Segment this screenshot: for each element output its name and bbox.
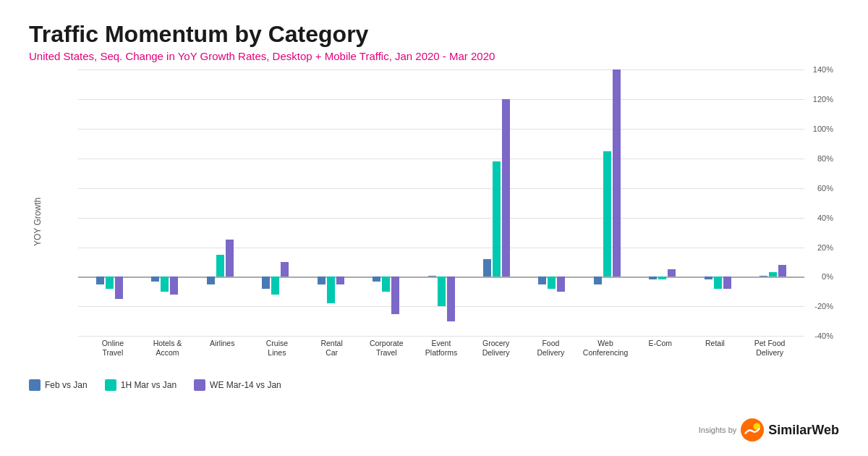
legend: Feb vs Jan1H Mar vs JanWE Mar-14 vs Jan bbox=[29, 379, 839, 391]
bar bbox=[373, 276, 380, 281]
bar bbox=[161, 276, 169, 291]
insights-text: Insights by bbox=[699, 426, 737, 434]
bar bbox=[705, 276, 712, 279]
category-group bbox=[579, 69, 634, 336]
bar bbox=[557, 276, 565, 291]
bar bbox=[336, 276, 344, 284]
similarweb-icon bbox=[741, 418, 764, 442]
bar bbox=[382, 276, 390, 291]
y-axis-label: YOY Growth bbox=[29, 69, 46, 373]
category-group bbox=[635, 69, 690, 336]
bar bbox=[714, 276, 722, 288]
chart-area: YOY Growth OnlineTravelHotels &AccomAirl… bbox=[29, 69, 839, 373]
chart-title: Traffic Momentum by Category bbox=[29, 22, 839, 47]
bar bbox=[226, 240, 234, 276]
bar bbox=[538, 276, 546, 284]
bar bbox=[216, 255, 224, 277]
bar bbox=[502, 99, 510, 276]
right-y-axis: 140%120%100%80%60%40%20%0%-20%-40% bbox=[804, 69, 839, 373]
bar bbox=[668, 269, 676, 276]
x-axis-label: FoodDelivery bbox=[524, 339, 579, 373]
y-tick-label: -40% bbox=[814, 332, 833, 340]
legend-color-box bbox=[194, 379, 205, 391]
x-labels: OnlineTravelHotels &AccomAirlinesCruiseL… bbox=[78, 339, 804, 373]
legend-item-1: 1H Mar vs Jan bbox=[105, 379, 176, 391]
category-group bbox=[414, 69, 469, 336]
bar bbox=[548, 276, 556, 288]
bar bbox=[207, 276, 215, 284]
x-axis-label: Hotels &Accom bbox=[140, 339, 195, 373]
x-axis-label: Retail bbox=[688, 339, 743, 373]
legend-item-2: WE Mar-14 vs Jan bbox=[194, 379, 281, 391]
x-axis-label: WebConferencing bbox=[578, 339, 633, 373]
bar bbox=[115, 276, 123, 299]
bar bbox=[281, 262, 289, 276]
bar bbox=[271, 276, 279, 295]
category-group bbox=[524, 69, 579, 336]
bar bbox=[483, 259, 491, 277]
bar bbox=[658, 276, 666, 279]
legend-label: 1H Mar vs Jan bbox=[121, 380, 176, 390]
category-group bbox=[746, 69, 801, 336]
bar bbox=[391, 276, 399, 313]
bar bbox=[428, 276, 436, 276]
svg-point-0 bbox=[741, 418, 764, 442]
bar bbox=[438, 276, 446, 306]
main-container: Traffic Momentum by Category United Stat… bbox=[0, 0, 868, 456]
bars-container bbox=[78, 69, 804, 336]
bar bbox=[106, 276, 114, 288]
x-axis-label: OnlineTravel bbox=[85, 339, 140, 373]
bar bbox=[778, 265, 786, 276]
chart-subtitle: United States, Seq. Change in YoY Growth… bbox=[29, 50, 839, 62]
bar bbox=[723, 276, 731, 288]
y-axis bbox=[46, 69, 78, 373]
brand-name: SimilarWeb bbox=[768, 423, 839, 438]
category-group bbox=[358, 69, 413, 336]
chart-inner: OnlineTravelHotels &AccomAirlinesCruiseL… bbox=[78, 69, 804, 373]
legend-label: WE Mar-14 vs Jan bbox=[210, 380, 281, 390]
similarweb-branding: Insights by SimilarWeb bbox=[699, 418, 839, 442]
category-group bbox=[469, 69, 524, 336]
bar bbox=[327, 276, 335, 303]
category-group bbox=[82, 69, 137, 336]
x-axis-label: CruiseLines bbox=[250, 339, 305, 373]
bar bbox=[318, 276, 326, 284]
bar bbox=[170, 276, 178, 295]
x-axis-label: RentalCar bbox=[305, 339, 359, 373]
y-tick-label: 40% bbox=[817, 214, 833, 222]
x-axis-label: Airlines bbox=[195, 339, 250, 373]
x-axis-label: GroceryDelivery bbox=[469, 339, 524, 373]
y-tick-label: 100% bbox=[813, 124, 833, 133]
bar bbox=[613, 69, 621, 276]
bar bbox=[649, 276, 657, 279]
legend-label: Feb vs Jan bbox=[45, 380, 88, 390]
y-tick-label: 80% bbox=[817, 154, 833, 163]
legend-color-box bbox=[29, 379, 41, 391]
bar bbox=[594, 276, 602, 284]
grid-and-bars bbox=[78, 69, 804, 336]
bar bbox=[769, 272, 777, 276]
y-tick-label: 120% bbox=[813, 95, 833, 104]
category-group bbox=[137, 69, 192, 336]
category-group bbox=[192, 69, 247, 336]
grid-line bbox=[78, 336, 804, 337]
y-tick-label: 20% bbox=[817, 243, 833, 252]
bar bbox=[760, 276, 767, 276]
bar bbox=[447, 276, 455, 321]
x-axis-label: E-Com bbox=[633, 339, 688, 373]
category-group bbox=[247, 69, 302, 336]
bar bbox=[603, 151, 611, 277]
x-axis-label: CorporateTravel bbox=[359, 339, 414, 373]
bar bbox=[151, 276, 159, 281]
category-group bbox=[303, 69, 358, 336]
y-tick-label: 140% bbox=[813, 65, 833, 74]
x-axis-label: Pet FoodDelivery bbox=[742, 339, 797, 373]
bar bbox=[262, 276, 270, 288]
legend-item-0: Feb vs Jan bbox=[29, 379, 88, 391]
bar bbox=[493, 161, 501, 276]
y-tick-label: 0% bbox=[822, 272, 833, 281]
category-group bbox=[690, 69, 745, 336]
bar bbox=[96, 276, 104, 284]
legend-color-box bbox=[105, 379, 116, 391]
x-axis-label: EventPlatforms bbox=[414, 339, 469, 373]
